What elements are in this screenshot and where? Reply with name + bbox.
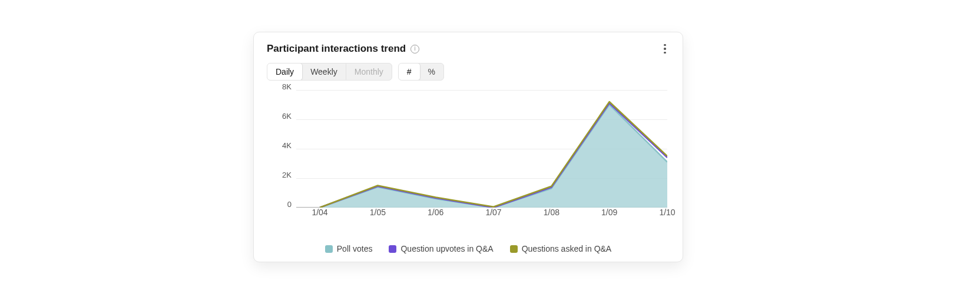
x-tick-label: 1/05 [370, 208, 386, 217]
range-weekly-button[interactable]: Weekly [302, 64, 346, 80]
chart-controls: Daily Weekly Monthly # % [267, 63, 670, 81]
x-tick-label: 1/06 [428, 208, 443, 217]
mode-segmented-control: # % [398, 63, 444, 81]
legend-item[interactable]: Question upvotes in Q&A [389, 244, 493, 253]
legend-label: Poll votes [337, 244, 373, 253]
x-tick-label: 1/04 [312, 208, 327, 217]
legend-swatch [389, 245, 396, 253]
x-tick-label: 1/08 [544, 208, 559, 217]
info-icon[interactable]: i [410, 45, 419, 54]
interactions-trend-card: Participant interactions trend i Daily W… [253, 32, 683, 262]
range-segmented-control: Daily Weekly Monthly [267, 63, 392, 81]
more-options-button[interactable] [658, 42, 672, 56]
legend-swatch [510, 245, 518, 253]
chart-svg [296, 90, 667, 208]
legend-item[interactable]: Questions asked in Q&A [510, 244, 612, 253]
y-tick-label: 6K [282, 112, 292, 121]
range-monthly-button: Monthly [346, 64, 392, 80]
y-tick-label: 8K [282, 82, 292, 91]
plot-area [296, 90, 667, 208]
card-header: Participant interactions trend i [267, 43, 670, 55]
mode-percent-button[interactable]: % [420, 64, 443, 80]
legend-label: Questions asked in Q&A [522, 244, 612, 253]
chart-area: 02K4K6K8K 1/041/051/061/071/081/091/10 [267, 86, 670, 222]
y-tick-label: 4K [282, 141, 292, 150]
legend-swatch [325, 245, 333, 253]
range-daily-button[interactable]: Daily [267, 63, 303, 81]
legend-item[interactable]: Poll votes [325, 244, 373, 253]
x-tick-label: 1/10 [659, 208, 675, 217]
y-tick-label: 2K [282, 171, 292, 179]
mode-count-button[interactable]: # [398, 63, 421, 81]
card-title: Participant interactions trend [267, 43, 406, 55]
chart-legend: Poll votesQuestion upvotes in Q&AQuestio… [267, 244, 670, 253]
y-tick-label: 0 [287, 200, 292, 209]
y-axis: 02K4K6K8K [267, 86, 296, 204]
x-axis: 1/041/051/061/071/081/091/10 [296, 208, 667, 220]
area-poll-votes [320, 105, 667, 208]
x-tick-label: 1/07 [485, 208, 501, 217]
legend-label: Question upvotes in Q&A [400, 244, 493, 253]
x-tick-label: 1/09 [601, 208, 617, 217]
